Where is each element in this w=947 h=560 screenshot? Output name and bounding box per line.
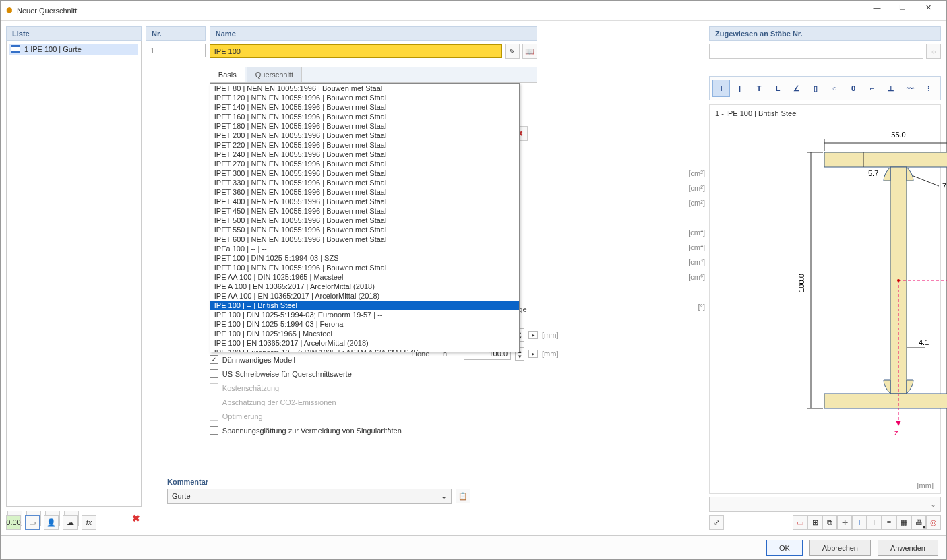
ptool-4[interactable]: ✛: [837, 515, 852, 530]
dropdown-item[interactable]: IPET 360 | NEN EN 10055:1996 | Bouwen me…: [210, 187, 519, 197]
zugewiesen-header: Zugewiesen an Stäbe Nr.: [709, 26, 941, 41]
minimize-button[interactable]: —: [864, 3, 890, 18]
dropdown-item[interactable]: IPE A 100 | EN 10365:2017 | ArcelorMitta…: [210, 282, 519, 291]
status-btn-3[interactable]: 👤: [44, 515, 59, 530]
dropdown-item[interactable]: IPET 140 | NEN EN 10055:1996 | Bouwen me…: [210, 102, 519, 112]
opt-us[interactable]: US-Schreibweise für Querschnittswerte: [210, 367, 537, 381]
shape-l-button[interactable]: L: [769, 80, 787, 97]
dropdown-item[interactable]: IPEa 100 | -- | --: [210, 244, 519, 253]
dropdown-item[interactable]: IPET 220 | NEN EN 10055:1996 | Bouwen me…: [210, 140, 519, 150]
library-button[interactable]: 📖: [522, 44, 537, 59]
dropdown-item[interactable]: IPET 240 | NEN EN 10055:1996 | Bouwen me…: [210, 150, 519, 159]
shape-rail-button[interactable]: ⊥: [882, 80, 900, 97]
shape-rect-button[interactable]: ▯: [807, 80, 824, 97]
tab-querschnitt[interactable]: Querschnitt: [247, 67, 302, 82]
tab-basis[interactable]: Basis: [210, 67, 245, 82]
dropdown-item[interactable]: IPE 100 | DIN 1025-5:1994-03 | Ferona: [210, 319, 519, 329]
ptool-2[interactable]: ⊞: [807, 515, 822, 530]
shape-circle-button[interactable]: ○: [826, 80, 843, 97]
dropdown-item[interactable]: IPE AA 100 | EN 10365:2017 | ArcelorMitt…: [210, 291, 519, 301]
nr-column: Nr. 1: [146, 26, 206, 530]
dropdown-item[interactable]: IPET 80 | NEN EN 10055:1996 | Bouwen met…: [210, 84, 519, 93]
edit-name-button[interactable]: ✎: [505, 44, 520, 59]
assigned-input[interactable]: [709, 44, 923, 59]
delete-item-button[interactable]: ✖: [132, 513, 140, 524]
shape-other-button[interactable]: ⁝: [920, 80, 938, 97]
dropdown-item[interactable]: IPET 100 | NEN EN 10055:1996 | Bouwen me…: [210, 263, 519, 272]
apply-button[interactable]: Anwenden: [878, 540, 938, 556]
list-item[interactable]: 1 IPE 100 | Gurte: [9, 44, 138, 55]
tabs: Basis Querschnitt: [210, 67, 537, 83]
close-button[interactable]: ✕: [915, 3, 941, 18]
ptool-8[interactable]: ▦: [896, 515, 911, 530]
section-drawing: 55.0 7.0 5.7 100.0 4.1: [764, 132, 947, 469]
pick-members-button[interactable]: ⟐: [926, 44, 941, 59]
ptool-7[interactable]: ≡: [882, 515, 896, 530]
status-btn-5[interactable]: fx: [82, 515, 96, 530]
dropdown-item[interactable]: IPET 100 | DIN 1025-5:1994-03 | SZS: [210, 253, 519, 263]
preview-footer: -- ⌄: [709, 497, 941, 512]
preview-select[interactable]: -- ⌄: [709, 497, 941, 512]
dropdown-item[interactable]: IPET 300 | NEN EN 10055:1996 | Bouwen me…: [210, 168, 519, 178]
ptool-print[interactable]: 🖶▾: [911, 515, 926, 530]
kommentar-tool[interactable]: 📋: [456, 489, 470, 503]
ptool-5[interactable]: I: [852, 515, 867, 530]
ptool-1[interactable]: ▭: [793, 515, 807, 530]
dropdown-item[interactable]: IPET 400 | NEN EN 10055:1996 | Bouwen me…: [210, 197, 519, 206]
app-icon: ⬢: [6, 6, 13, 15]
app-window: ⬢ Neuer Querschnitt — ☐ ✕ Liste 1 IPE 10…: [0, 0, 947, 560]
b-step[interactable]: ▸: [528, 331, 538, 339]
dropdown-item-selected[interactable]: IPE 100 | -- | British Steel: [210, 301, 519, 310]
dropdown-item[interactable]: IPET 500 | NEN EN 10055:1996 | Bouwen me…: [210, 216, 519, 225]
h-step[interactable]: ▸: [528, 350, 538, 358]
shape-t-button[interactable]: T: [750, 80, 768, 97]
preview-tool-left[interactable]: ⤢: [709, 515, 724, 530]
ptool-6[interactable]: I: [867, 515, 882, 530]
ok-button[interactable]: OK: [766, 540, 803, 556]
kommentar-value: Gurte: [172, 492, 191, 501]
cancel-button[interactable]: Abbrechen: [809, 540, 871, 556]
name-dropdown[interactable]: IPET 80 | NEN EN 10055:1996 | Bouwen met…: [210, 83, 520, 352]
status-btn-4[interactable]: ☁: [63, 515, 78, 530]
list-item-label: 1 IPE 100 | Gurte: [24, 45, 82, 53]
ptool-3[interactable]: ⧉: [822, 515, 837, 530]
shape-i-button[interactable]: I: [712, 80, 730, 97]
status-btn-1[interactable]: 0.00: [6, 515, 21, 530]
dropdown-item[interactable]: IPE 100 | EN 10365:2017 | ArcelorMittal …: [210, 338, 519, 348]
unit-label: [cm²]: [541, 183, 705, 197]
unit-label: [cm²]: [541, 168, 705, 183]
dropdown-item[interactable]: IPET 330 | NEN EN 10055:1996 | Bouwen me…: [210, 178, 519, 187]
nr-input[interactable]: 1: [146, 44, 206, 57]
dropdown-item[interactable]: IPET 120 | NEN EN 10055:1996 | Bouwen me…: [210, 93, 519, 102]
shape-angle-button[interactable]: ∠: [788, 80, 805, 97]
maximize-button[interactable]: ☐: [890, 3, 915, 18]
status-btn-2[interactable]: ▭: [25, 515, 40, 530]
ptool-target[interactable]: ◎: [926, 515, 941, 530]
chevron-down-icon: ⌄: [441, 492, 447, 501]
dropdown-item[interactable]: IPE 100 | DIN 1025-5:1994-03; Euronorm 1…: [210, 310, 519, 319]
dropdown-item[interactable]: IPE 100 | Euronorm 19-57; DIN 1025-5; AS…: [210, 348, 519, 352]
shape-wave-button[interactable]: 〰: [901, 80, 919, 97]
opt-spannung[interactable]: Spannungsglättung zur Vermeidung von Sin…: [210, 423, 537, 437]
dropdown-item[interactable]: IPET 550 | NEN EN 10055:1996 | Bouwen me…: [210, 225, 519, 235]
dim-r: 7.0: [942, 182, 947, 190]
dropdown-item[interactable]: IPE 100 | DIN 1025:1965 | Macsteel: [210, 329, 519, 338]
dropdown-item[interactable]: IPET 450 | NEN EN 10055:1996 | Bouwen me…: [210, 206, 519, 216]
dropdown-item[interactable]: IPET 600 | NEN EN 10055:1996 | Bouwen me…: [210, 235, 519, 244]
name-input[interactable]: IPE 100: [210, 44, 502, 58]
opt-spannung-label: Spannungsglättung zur Vermeidung von Sin…: [222, 427, 402, 435]
unit-label: [cm⁴]: [541, 257, 705, 272]
dropdown-item[interactable]: IPET 200 | NEN EN 10055:1996 | Bouwen me…: [210, 131, 519, 140]
dropdown-item[interactable]: IPET 160 | NEN EN 10055:1996 | Bouwen me…: [210, 112, 519, 121]
kommentar-select[interactable]: Gurte ⌄: [167, 489, 452, 504]
shape-c-button[interactable]: [: [731, 80, 749, 97]
dropdown-item[interactable]: IPET 180 | NEN EN 10055:1996 | Bouwen me…: [210, 121, 519, 131]
dropdown-item[interactable]: IPE AA 100 | DIN 1025:1965 | Macsteel: [210, 272, 519, 282]
preview-unit: [mm]: [917, 481, 934, 489]
dropdown-item[interactable]: IPET 270 | NEN EN 10055:1996 | Bouwen me…: [210, 159, 519, 168]
shape-oval-button[interactable]: 0: [845, 80, 862, 97]
opt-opt-label: Optimierung: [222, 412, 263, 421]
units-column: [cm²][cm²][cm²][cm⁴][cm⁴][cm⁴][cm⁶][°]: [541, 26, 705, 530]
dim-t: 5.7: [868, 169, 878, 177]
shape-z-button[interactable]: ⌐: [863, 80, 881, 97]
